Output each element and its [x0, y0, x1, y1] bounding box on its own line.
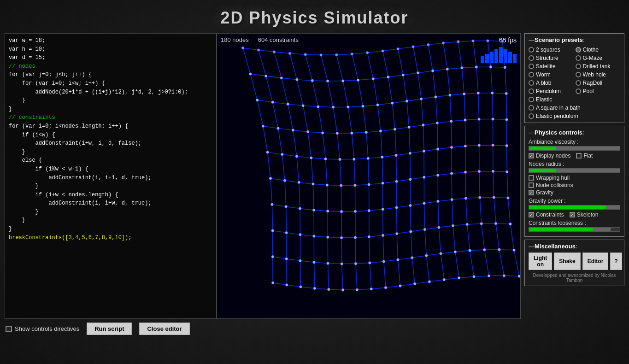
- scenario-elastic-pendulum[interactable]: Elastic pendulum: [529, 112, 620, 120]
- svg-line-266: [411, 232, 412, 258]
- right-panel: Scenario presets 2 squares Clothe Struct…: [521, 33, 624, 319]
- shake-button[interactable]: Shake: [554, 252, 580, 270]
- scenario-web-hole[interactable]: Web hole: [576, 71, 621, 78]
- svg-line-160: [410, 151, 424, 153]
- scenario-pool[interactable]: Pool: [576, 88, 621, 95]
- svg-line-324: [400, 284, 415, 286]
- scenario-presets-title: Scenario presets: [529, 36, 620, 43]
- svg-line-318: [315, 288, 329, 289]
- svg-line-52: [373, 79, 378, 105]
- svg-line-21: [398, 49, 403, 75]
- svg-line-51: [373, 77, 388, 79]
- scenario-structure[interactable]: Structure: [529, 54, 574, 62]
- scenario-label: Web hole: [583, 71, 606, 78]
- editor-button[interactable]: Editor: [582, 252, 609, 270]
- code-panel[interactable]: var w = 18; var h = 10; var d = 15; // n…: [5, 33, 217, 319]
- svg-point-428: [353, 184, 356, 187]
- wrapping-hull-checkbox[interactable]: [529, 175, 534, 181]
- radio-worm[interactable]: [529, 72, 534, 77]
- constraints-checkbox[interactable]: [529, 212, 534, 217]
- show-controls-row: Show controls directives: [6, 325, 79, 332]
- svg-point-364: [460, 66, 463, 69]
- svg-line-22: [413, 45, 429, 47]
- radio-elastic-pendulum[interactable]: [529, 113, 534, 119]
- svg-point-357: [357, 79, 359, 82]
- simulation-panel[interactable]: 180 nodes 604 constraints 66 fps: [217, 33, 521, 319]
- svg-line-83: [348, 107, 352, 133]
- scenario-ragdoll[interactable]: RagDoll: [576, 79, 621, 87]
- svg-line-258: [355, 237, 356, 264]
- radio-elastic[interactable]: [529, 97, 534, 102]
- gravity-power-slider[interactable]: [529, 205, 620, 210]
- svg-line-326: [429, 280, 444, 282]
- radio-pool[interactable]: [576, 88, 581, 94]
- nodes-radius-slider[interactable]: [529, 168, 620, 173]
- svg-point-380: [434, 95, 437, 98]
- close-editor-button[interactable]: Close editor: [139, 323, 189, 335]
- svg-line-109: [293, 130, 308, 132]
- svg-line-284: [300, 261, 314, 262]
- radio-web-hole[interactable]: [576, 72, 581, 77]
- slider-fill: [529, 147, 556, 150]
- radio-clothe[interactable]: [576, 47, 581, 53]
- run-script-button[interactable]: Run script: [87, 323, 132, 335]
- svg-point-396: [408, 126, 411, 129]
- svg-line-56: [403, 75, 407, 101]
- ambiance-viscosity-slider[interactable]: [529, 146, 620, 151]
- scenario-drilled-tank[interactable]: Drilled tank: [576, 63, 621, 70]
- ambiance-viscosity-label: Ambiance viscosity :: [529, 139, 620, 145]
- svg-point-427: [340, 184, 342, 187]
- svg-point-415: [423, 150, 425, 153]
- radio-gmaze[interactable]: [576, 55, 581, 61]
- scenario-square-in-bath[interactable]: A square in a bath: [529, 104, 620, 112]
- scenario-2squares[interactable]: 2 squares: [529, 46, 574, 53]
- scenario-gmaze[interactable]: G-Maze: [576, 54, 621, 62]
- show-controls-checkbox[interactable]: [6, 326, 12, 332]
- svg-line-274: [467, 224, 470, 251]
- svg-point-433: [423, 176, 425, 179]
- radio-satellite[interactable]: [529, 64, 534, 69]
- constraints-looseness-slider[interactable]: [529, 227, 620, 232]
- radio-a-blob[interactable]: [529, 80, 534, 86]
- gravity-checkbox[interactable]: [529, 190, 534, 195]
- scenario-worm[interactable]: Worm: [529, 71, 574, 78]
- scenario-elastic[interactable]: Elastic: [529, 96, 620, 103]
- radio-structure[interactable]: [529, 55, 534, 61]
- svg-point-442: [299, 207, 301, 210]
- code-line: breakConstraints([3,4,5,6,7,8,9,10]);: [9, 234, 212, 242]
- radio-ragdoll[interactable]: [576, 80, 581, 86]
- svg-line-110: [293, 130, 297, 157]
- scenario-satellite[interactable]: Satellite: [529, 63, 574, 70]
- svg-line-162: [424, 149, 438, 151]
- svg-line-53: [388, 75, 403, 77]
- help-button[interactable]: ?: [610, 252, 622, 270]
- light-on-button[interactable]: Light on: [529, 252, 552, 270]
- svg-point-402: [491, 117, 494, 120]
- flat-checkbox[interactable]: [576, 153, 582, 159]
- scenario-clothe[interactable]: Clothe: [576, 46, 621, 53]
- svg-line-59: [433, 69, 447, 71]
- radio-2squares[interactable]: [529, 47, 534, 53]
- gravity-label: Gravity: [536, 189, 553, 196]
- svg-line-146: [311, 158, 325, 159]
- svg-line-102: [492, 93, 506, 94]
- svg-line-268: [425, 229, 427, 256]
- code-line: addConstraint(i, i+w, d, true);: [9, 199, 212, 208]
- svg-line-79: [318, 107, 323, 133]
- svg-line-148: [325, 159, 340, 159]
- svg-line-270: [439, 228, 441, 254]
- scenario-pendulum[interactable]: Pendulum: [529, 88, 574, 95]
- svg-line-117: [352, 132, 366, 133]
- scenario-a-blob[interactable]: A blob: [529, 79, 574, 87]
- skeleton-checkbox[interactable]: [570, 212, 575, 217]
- svg-line-32: [488, 41, 503, 41]
- radio-square-bath[interactable]: [529, 105, 534, 111]
- svg-point-443: [312, 209, 315, 211]
- node-collisions-checkbox[interactable]: [529, 182, 534, 188]
- svg-line-231: [411, 205, 411, 232]
- svg-line-155: [368, 159, 369, 185]
- flat-label: Flat: [583, 153, 593, 159]
- radio-drilled-tank[interactable]: [576, 64, 581, 69]
- radio-pendulum[interactable]: [529, 88, 534, 94]
- display-nodes-checkbox[interactable]: [529, 153, 534, 159]
